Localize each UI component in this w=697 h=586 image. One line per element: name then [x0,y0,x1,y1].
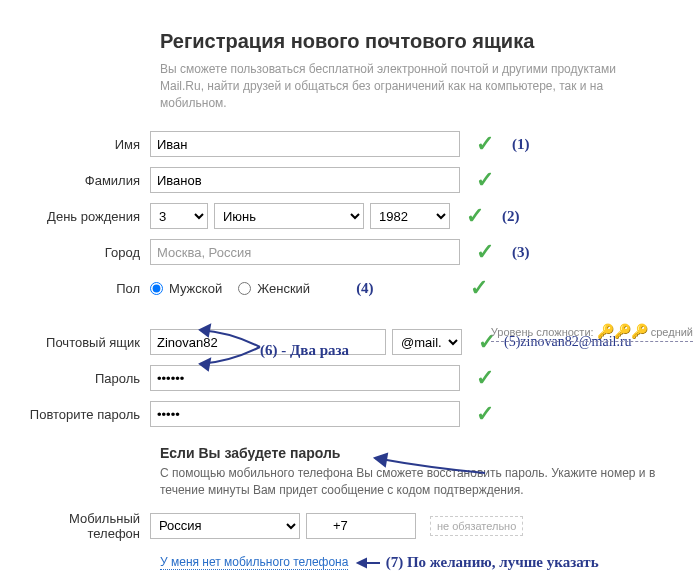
arrow-icon [352,555,382,571]
page-title: Регистрация нового почтового ящика [160,30,677,53]
country-select[interactable]: Россия [150,513,300,539]
check-icon: ✓ [476,131,494,157]
check-icon: ✓ [476,239,494,265]
lastname-label: Фамилия [20,173,150,188]
check-icon: ✓ [476,365,494,391]
check-icon: ✓ [466,203,484,229]
check-icon: ✓ [470,275,488,301]
gender-label: Пол [20,281,150,296]
gender-female-label: Женский [257,281,310,296]
optional-tag: не обязательно [430,516,523,536]
gender-male-radio[interactable] [150,282,163,295]
annotation-7: (7) По желанию, лучше указать [386,554,599,570]
mailbox-label: Почтовый ящик [20,335,150,350]
domain-select[interactable]: @mail.ru [392,329,462,355]
phone-input[interactable] [306,513,416,539]
check-icon: ✓ [476,401,494,427]
password2-label: Повторите пароль [20,407,150,422]
city-input[interactable] [150,239,460,265]
no-phone-link[interactable]: У меня нет мобильного телефона [160,555,348,570]
annotation-2: (2) [502,208,520,225]
gender-female-radio[interactable] [238,282,251,295]
birthday-label: День рождения [20,209,150,224]
recovery-desc: С помощью мобильного телефона Вы сможете… [160,465,660,499]
key-icon: 🔑 [614,323,631,339]
page-subtitle: Вы сможете пользоваться бесплатной элект… [160,61,660,111]
check-icon: ✓ [476,167,494,193]
year-select[interactable]: 1982 [370,203,450,229]
annotation-1: (1) [512,136,530,153]
password-label: Пароль [20,371,150,386]
lastname-input[interactable] [150,167,460,193]
svg-marker-3 [358,559,366,567]
annotation-4: (4) [356,280,374,297]
month-select[interactable]: Июнь [214,203,364,229]
key-icon: 🔑 [597,323,614,339]
annotation-6: (6) - Два раза [260,342,349,359]
password-strength: Уровень сложности: 🔑🔑🔑 средний [491,323,693,342]
password-input[interactable] [150,365,460,391]
city-label: Город [20,245,150,260]
phone-label: Мобильный телефон [20,511,150,541]
firstname-label: Имя [20,137,150,152]
day-select[interactable]: 3 [150,203,208,229]
firstname-input[interactable] [150,131,460,157]
gender-male-label: Мужской [169,281,222,296]
recovery-title: Если Вы забудете пароль [160,445,677,461]
annotation-3: (3) [512,244,530,261]
key-icon: 🔑 [631,323,648,339]
password2-input[interactable] [150,401,460,427]
